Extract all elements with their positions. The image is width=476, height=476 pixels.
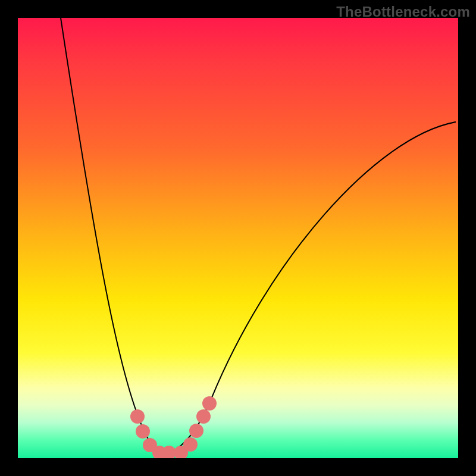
chart-container: TheBottleneck.com bbox=[0, 0, 476, 476]
plot-area bbox=[18, 18, 458, 458]
main-curve bbox=[61, 18, 456, 452]
marker-1 bbox=[136, 424, 150, 439]
marker-6 bbox=[183, 437, 198, 452]
curve-svg bbox=[18, 18, 458, 458]
markers-group bbox=[130, 396, 217, 458]
marker-9 bbox=[202, 396, 217, 411]
marker-7 bbox=[189, 424, 203, 438]
marker-0 bbox=[130, 409, 145, 424]
marker-8 bbox=[196, 409, 211, 424]
